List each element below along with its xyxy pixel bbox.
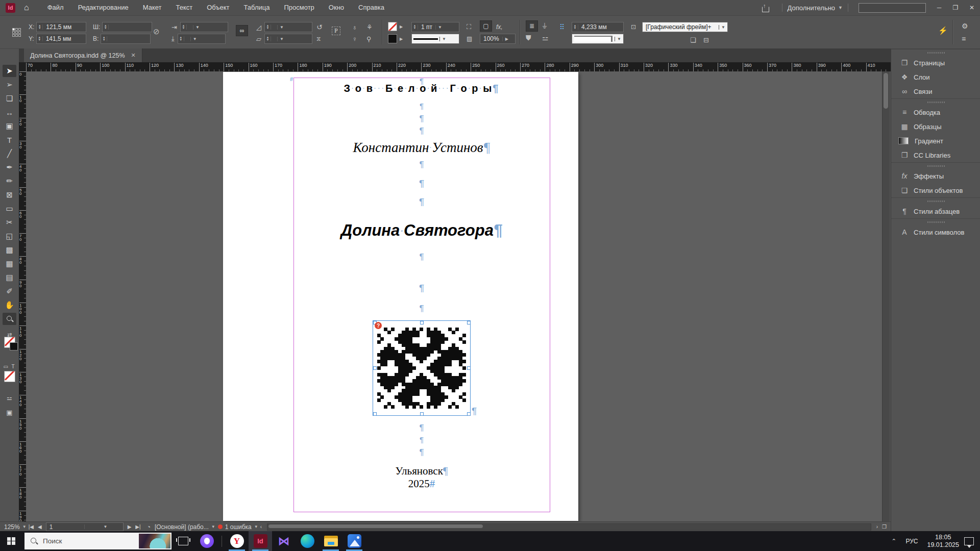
selection-handle[interactable] [467, 412, 471, 416]
quick-apply-lightning-icon[interactable]: ⚡ [938, 26, 948, 35]
scroll-right-arrow[interactable]: › [876, 524, 878, 530]
stroke-color-none-swatch[interactable] [388, 22, 397, 31]
dock-item-страницы[interactable]: ❐Страницы [891, 56, 980, 70]
apply-none-button[interactable] [3, 370, 16, 383]
auto-fit-icon[interactable]: ⊡ [631, 22, 636, 32]
language-indicator[interactable]: РУС [905, 538, 918, 545]
width-field[interactable]: ▲▼ [102, 22, 152, 32]
document-viewport[interactable]: # ¶З·о·в···Б·е·л·о·й···Г·о·р·ы¶¶¶¶Конста… [26, 71, 882, 521]
shadow-preset-dropdown[interactable]: ▼ [572, 34, 624, 44]
taskbar-app-visual-studio[interactable]: ⋈ [272, 531, 296, 551]
select-parent-icon[interactable]: ⚲ [366, 34, 372, 43]
content-collector-tool[interactable]: ▣ [3, 120, 16, 132]
line-tool[interactable]: ╱ [3, 147, 16, 160]
selection-handle[interactable] [373, 412, 377, 416]
selection-handle[interactable] [373, 366, 377, 370]
menu-8[interactable]: Справка [351, 0, 391, 15]
ornament-image[interactable] [377, 328, 466, 409]
page[interactable]: # ¶З·о·в···Б·е·л·о·й···Г·о·р·ы¶¶¶¶Конста… [223, 72, 578, 521]
dock-item-эффекты[interactable]: fxЭффекты [891, 169, 980, 183]
dock-item-обводка[interactable]: ≡Обводка [891, 105, 980, 119]
relink-icon[interactable]: ❏ [690, 35, 696, 44]
document-tab[interactable]: Долина Святогора.indd @ 125% ✕ [24, 48, 142, 62]
home-icon[interactable]: ⌂ [24, 3, 29, 12]
previous-page-button[interactable]: ◀ [38, 524, 42, 530]
wrap-none-button[interactable]: ≣ [526, 21, 538, 31]
horizontal-scrollbar[interactable] [267, 523, 871, 531]
scale-y-field[interactable]: ▲▼▼ [178, 34, 226, 44]
taskbar-clock[interactable]: 18:05 19.01.2025 [927, 534, 959, 549]
taskbar-app-photos[interactable] [342, 531, 366, 551]
effects-fx-menu[interactable]: fx, [496, 22, 503, 32]
zoom-level-dropdown[interactable]: 125%▼ [4, 523, 27, 531]
restore-button[interactable]: ❐ [947, 0, 964, 15]
app-search-input[interactable] [859, 3, 926, 13]
taskbar-app-edge[interactable] [296, 531, 319, 551]
select-container-icon[interactable]: P [332, 26, 340, 35]
minimize-button[interactable]: ─ [931, 0, 947, 15]
stroke-weight-field[interactable]: ▲▼1 пт▼ [411, 22, 459, 32]
dock-item-связи[interactable]: ∞Связи [891, 84, 980, 98]
view-options-icon[interactable]: ⚍ [3, 392, 16, 404]
type-tool[interactable]: T [3, 134, 16, 146]
taskbar-app-file-explorer[interactable] [319, 531, 342, 551]
close-button[interactable]: ✕ [964, 0, 980, 15]
frame-fitting-icon[interactable]: ⠿ [559, 22, 565, 32]
scroll-left-arrow[interactable]: ‹ [260, 524, 262, 530]
missing-link-badge-icon[interactable]: ? [375, 322, 382, 329]
eyedropper-tool[interactable]: ✐ [3, 285, 16, 297]
preflight-error-count[interactable]: 1 ошибка [225, 523, 252, 531]
fill-color-arrow[interactable]: ▶ [397, 37, 405, 41]
y-position-field[interactable]: ▲▼141,5 мм [36, 34, 86, 44]
select-content-icon[interactable]: ⚘ [366, 22, 373, 32]
object-style-dropdown[interactable]: [Графический фрейм]+▼ [642, 22, 728, 32]
taskbar-search-box[interactable]: Поиск [24, 533, 172, 549]
fill-color-swatch[interactable] [388, 34, 397, 43]
dock-item-градиент[interactable]: Градиент [891, 134, 980, 148]
rotate-90-ccw-icon[interactable]: ↺ [316, 22, 323, 32]
edit-original-icon[interactable]: ⊟ [703, 35, 709, 44]
text-line-imprint[interactable]: Ульяновск¶ [293, 465, 550, 478]
text-line-book[interactable]: Долина·Святогора¶ [293, 221, 550, 240]
note-tool[interactable]: ▤ [3, 271, 16, 284]
height-field[interactable]: ▲▼ [101, 34, 151, 44]
select-previous-object-icon[interactable]: ♁ [352, 22, 357, 32]
dock-item-cc-libraries[interactable]: ❒CC Libraries [891, 148, 980, 162]
menu-1[interactable]: Редактирование [71, 0, 136, 15]
dock-item-стили-абзацев[interactable]: ¶Стили абзацев [891, 204, 980, 218]
dock-item-образцы[interactable]: ▦Образцы [891, 119, 980, 134]
menu-3[interactable]: Текст [168, 0, 200, 15]
scale-x-field[interactable]: ▲▼▼ [180, 22, 228, 32]
vertical-scrollbar[interactable] [882, 71, 890, 521]
wrap-offset-field[interactable]: ▲▼4,233 мм [572, 22, 624, 32]
panel-group-grip[interactable] [891, 98, 980, 105]
menu-2[interactable]: Макет [136, 0, 169, 15]
panel-menu-icon[interactable]: ≡ [962, 34, 966, 43]
text-line-imprint[interactable]: 2025# [293, 478, 550, 490]
pencil-tool[interactable]: ✏ [3, 175, 16, 187]
gap-tool[interactable]: ↔ [3, 106, 16, 118]
task-view-button[interactable] [172, 531, 195, 551]
selection-tool[interactable]: ➤ [3, 65, 16, 77]
hidden-icons-chevron[interactable]: ⌃ [891, 538, 896, 545]
next-page-button[interactable]: ▶ [128, 524, 132, 530]
rectangle-tool[interactable]: ▭ [3, 203, 16, 215]
wrap-jump-button[interactable]: ⛊ [526, 33, 531, 42]
page-number-dropdown[interactable]: 1▼ [46, 522, 124, 531]
stroke-color-arrow[interactable]: ▶ [397, 24, 405, 29]
taskbar-app-yandex-browser[interactable]: Y [225, 531, 249, 551]
constrain-dimensions-icon[interactable]: ⊘ [153, 27, 160, 36]
opacity-field[interactable]: 100%▶ [480, 34, 516, 44]
selection-handle[interactable] [467, 366, 471, 370]
text-line-author[interactable]: Константин·Устинов¶ [293, 140, 550, 156]
corner-options-icon[interactable]: ⛶ [467, 22, 471, 32]
ornament-image-frame[interactable]: ? ¶ [373, 320, 471, 416]
alice-assistant-button[interactable] [195, 531, 218, 551]
corner-radius-button[interactable]: ▢ [480, 21, 492, 31]
panel-group-grip[interactable] [891, 197, 980, 204]
text-line-series[interactable]: З·о·в···Б·е·л·о·й···Г·о·р·ы¶ [293, 83, 550, 94]
flip-icons[interactable]: ⧖ [316, 34, 321, 43]
panel-group-grip[interactable] [891, 49, 980, 56]
x-position-field[interactable]: ▲▼121,5 мм [36, 22, 86, 32]
menu-5[interactable]: Таблица [236, 0, 277, 15]
